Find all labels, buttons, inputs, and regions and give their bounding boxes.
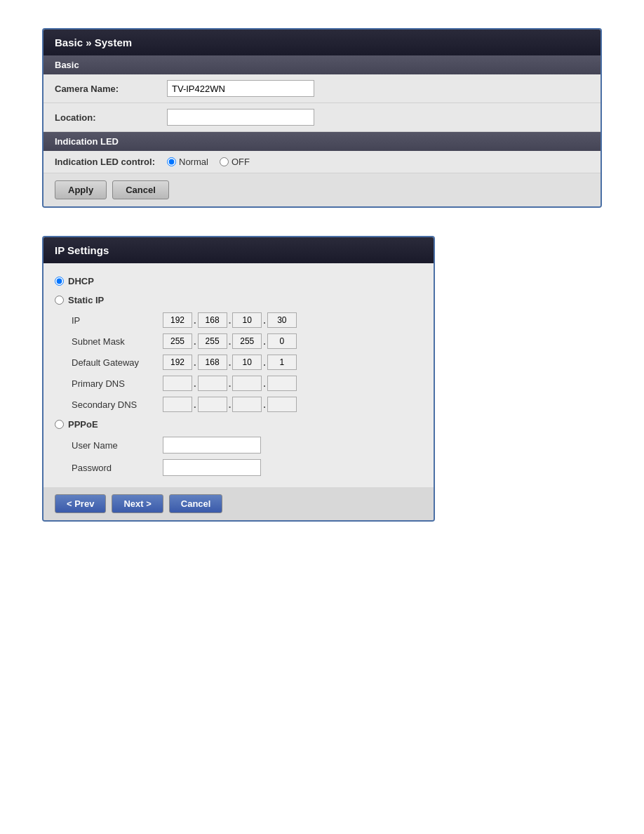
basic-system-panel: Basic » System Basic Camera Name: Locati…	[42, 28, 602, 208]
secondary-dns-octet-2[interactable]	[198, 397, 227, 412]
ip-nav-row: < Prev Next > Cancel	[43, 487, 434, 520]
primary-dns-row: Primary DNS . . .	[55, 373, 422, 394]
secondary-dns-label: Secondary DNS	[72, 399, 163, 410]
secondary-dns-row: Secondary DNS . . .	[55, 394, 422, 415]
gateway-fields: . . .	[163, 355, 297, 370]
secondary-dns-fields: . . .	[163, 397, 297, 412]
camera-name-row: Camera Name:	[43, 74, 601, 103]
camera-name-input[interactable]	[167, 80, 314, 97]
primary-dns-octet-2[interactable]	[198, 376, 227, 391]
static-ip-radio[interactable]	[55, 296, 64, 305]
gateway-row: Default Gateway . . .	[55, 352, 422, 373]
radio-off-label[interactable]: OFF	[220, 157, 250, 167]
radio-off-input[interactable]	[220, 157, 229, 166]
location-label: Location:	[55, 112, 167, 123]
username-label: User Name	[72, 440, 163, 451]
secondary-dns-octet-4[interactable]	[267, 397, 297, 412]
ip-octet-1[interactable]	[163, 312, 192, 328]
primary-dns-octet-4[interactable]	[267, 376, 297, 391]
pppoe-radio[interactable]	[55, 420, 64, 429]
password-label: Password	[72, 463, 163, 473]
ip-fields: . . .	[163, 312, 297, 328]
indication-led-row: Indication LED control: Normal OFF	[43, 151, 601, 173]
subnet-octet-1[interactable]	[163, 333, 192, 349]
subnet-fields: . . .	[163, 333, 297, 349]
pppoe-label: PPPoE	[68, 419, 98, 430]
camera-name-label: Camera Name:	[55, 84, 167, 94]
cancel-button[interactable]: Cancel	[112, 180, 169, 199]
radio-normal-text: Normal	[179, 157, 208, 167]
subnet-mask-label: Subnet Mask	[72, 336, 163, 347]
subnet-octet-3[interactable]	[232, 333, 262, 349]
ip-settings-panel: IP Settings DHCP Static IP IP	[42, 236, 435, 522]
primary-dns-label: Primary DNS	[72, 378, 163, 389]
pppoe-row[interactable]: PPPoE	[55, 415, 422, 434]
radio-off-text: OFF	[232, 157, 250, 167]
password-row: Password	[55, 456, 422, 479]
ip-octet-4[interactable]	[267, 312, 297, 328]
primary-dns-octet-3[interactable]	[232, 376, 262, 391]
basic-section-header: Basic	[43, 55, 601, 74]
gateway-label: Default Gateway	[72, 357, 163, 368]
primary-dns-fields: . . .	[163, 376, 297, 391]
location-row: Location:	[43, 103, 601, 132]
secondary-dns-octet-1[interactable]	[163, 397, 192, 412]
dhcp-radio[interactable]	[55, 277, 64, 286]
ip-field-label: IP	[72, 315, 163, 326]
ip-field-row: IP . . .	[55, 310, 422, 331]
ip-cancel-button[interactable]: Cancel	[169, 494, 223, 513]
primary-dns-octet-1[interactable]	[163, 376, 192, 391]
indication-led-section-header: Indication LED	[43, 132, 601, 151]
subnet-octet-2[interactable]	[198, 333, 227, 349]
ip-octet-2[interactable]	[198, 312, 227, 328]
ip-form-area: DHCP Static IP IP . . .	[43, 263, 434, 487]
subnet-octet-4[interactable]	[267, 333, 297, 349]
prev-button[interactable]: < Prev	[55, 494, 106, 513]
static-ip-label: Static IP	[68, 295, 104, 305]
static-ip-row[interactable]: Static IP	[55, 291, 422, 310]
apply-button[interactable]: Apply	[55, 180, 107, 199]
indication-led-label: Indication LED control:	[55, 157, 167, 167]
radio-normal-input[interactable]	[167, 157, 176, 166]
radio-normal-label[interactable]: Normal	[167, 157, 208, 167]
location-input[interactable]	[167, 109, 314, 126]
gateway-octet-1[interactable]	[163, 355, 192, 370]
ip-settings-title: IP Settings	[43, 237, 434, 263]
secondary-dns-octet-3[interactable]	[232, 397, 262, 412]
indication-led-radio-group: Normal OFF	[167, 157, 250, 167]
gateway-octet-3[interactable]	[232, 355, 262, 370]
next-button[interactable]: Next >	[112, 494, 163, 513]
gateway-octet-2[interactable]	[198, 355, 227, 370]
basic-system-button-row: Apply Cancel	[43, 173, 601, 206]
username-row: User Name	[55, 434, 422, 456]
ip-octet-3[interactable]	[232, 312, 262, 328]
subnet-mask-row: Subnet Mask . . .	[55, 331, 422, 352]
dhcp-label: DHCP	[68, 276, 94, 286]
dhcp-row[interactable]: DHCP	[55, 272, 422, 291]
gateway-octet-4[interactable]	[267, 355, 297, 370]
username-input[interactable]	[163, 437, 261, 454]
password-input[interactable]	[163, 459, 261, 476]
basic-system-title: Basic » System	[43, 29, 601, 55]
